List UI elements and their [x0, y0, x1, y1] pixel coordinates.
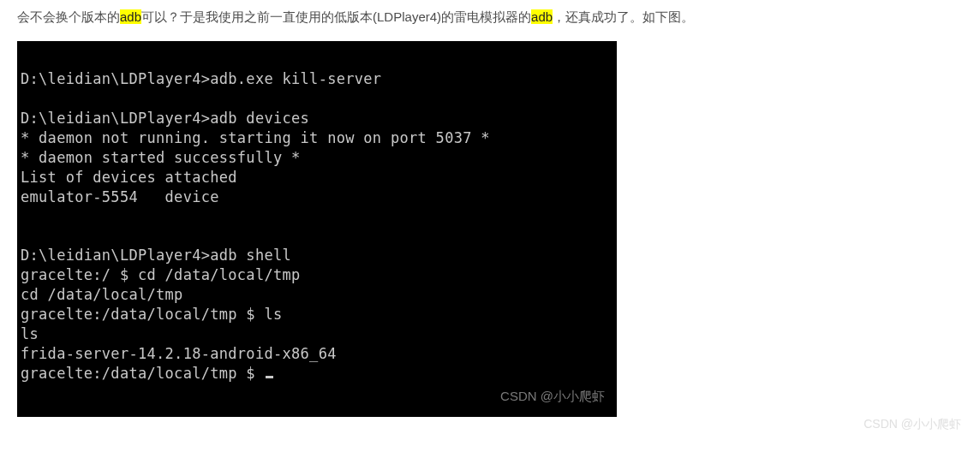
- terminal-line: * daemon started successfully *: [21, 149, 301, 166]
- terminal-line: [21, 90, 30, 107]
- para-text-1: 会不会换个版本的: [17, 9, 120, 24]
- cursor-icon: [266, 376, 273, 378]
- description-paragraph: 会不会换个版本的adb可以？于是我使用之前一直使用的低版本(LDPlayer4)…: [17, 7, 963, 27]
- terminal-screenshot: D:\leidian\LDPlayer4>adb.exe kill-server…: [17, 41, 617, 417]
- terminal-line: gracelte:/ $ cd /data/local/tmp: [21, 266, 301, 283]
- para-text-3: ，还真成功了。如下图。: [553, 9, 694, 24]
- terminal-line: D:\leidian\LDPlayer4>adb.exe kill-server: [21, 70, 381, 87]
- terminal-line: gracelte:/data/local/tmp $ ls: [21, 306, 283, 323]
- terminal-line: D:\leidian\LDPlayer4>adb devices: [21, 110, 309, 127]
- terminal-watermark: CSDN @小小爬虾: [500, 388, 605, 405]
- terminal-line: gracelte:/data/local/tmp $: [21, 365, 264, 382]
- terminal-line: frida-server-14.2.18-android-x86_64: [21, 345, 337, 362]
- terminal-line: * daemon not running. starting it now on…: [21, 129, 490, 146]
- terminal-line: List of devices attached: [21, 169, 237, 186]
- terminal-line: D:\leidian\LDPlayer4>adb shell: [21, 247, 291, 264]
- para-text-2: 可以？于是我使用之前一直使用的低版本(LDPlayer4)的雷电模拟器的: [141, 9, 531, 24]
- highlight-adb-1: adb: [120, 9, 141, 24]
- terminal-line: [21, 208, 30, 225]
- terminal-line: emulator-5554 device: [21, 188, 219, 205]
- terminal-line: ls: [21, 325, 39, 342]
- highlight-adb-2: adb: [531, 9, 553, 24]
- page-watermark: CSDN @小小爬虾: [863, 417, 961, 432]
- terminal-line: cd /data/local/tmp: [21, 286, 183, 303]
- terminal-line: [21, 227, 30, 244]
